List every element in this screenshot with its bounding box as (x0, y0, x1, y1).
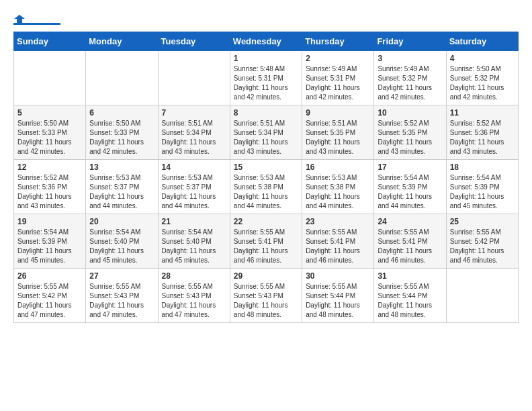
cell-day-number: 29 (234, 271, 298, 281)
cell-daylight: Daylight: 11 hours and 42 minutes. (89, 138, 154, 156)
calendar-cell: 6 Sunrise: 5:50 AM Sunset: 5:33 PM Dayli… (86, 105, 158, 160)
cell-day-number: 17 (378, 163, 442, 172)
cell-daylight: Daylight: 11 hours and 42 minutes. (378, 83, 442, 102)
calendar-week-row: 26 Sunrise: 5:55 AM Sunset: 5:42 PM Dayl… (14, 269, 519, 323)
cell-daylight: Daylight: 11 hours and 48 minutes. (306, 301, 370, 320)
cell-sunset: Sunset: 5:37 PM (162, 183, 226, 192)
calendar-cell: 24 Sunrise: 5:55 AM Sunset: 5:41 PM Dayl… (374, 214, 446, 269)
cell-day-number: 30 (306, 271, 370, 281)
logo (13, 13, 60, 25)
cell-sunrise: Sunrise: 5:55 AM (162, 282, 226, 291)
cell-daylight: Daylight: 11 hours and 43 minutes. (450, 138, 515, 156)
weekday-header-tuesday: Tuesday (158, 32, 230, 51)
cell-sunrise: Sunrise: 5:49 AM (378, 64, 442, 74)
calendar-cell: 30 Sunrise: 5:55 AM Sunset: 5:44 PM Dayl… (302, 269, 374, 323)
cell-day-number: 10 (378, 108, 442, 118)
cell-sunrise: Sunrise: 5:54 AM (450, 173, 515, 183)
calendar-cell: 28 Sunrise: 5:55 AM Sunset: 5:43 PM Dayl… (158, 269, 230, 323)
cell-sunrise: Sunrise: 5:54 AM (89, 228, 154, 237)
calendar-cell: 2 Sunrise: 5:49 AM Sunset: 5:31 PM Dayli… (302, 51, 374, 105)
cell-day-number: 2 (306, 54, 370, 63)
cell-day-number: 27 (89, 271, 154, 281)
cell-sunset: Sunset: 5:34 PM (234, 128, 298, 138)
cell-daylight: Daylight: 11 hours and 47 minutes. (89, 301, 154, 320)
cell-daylight: Daylight: 11 hours and 44 minutes. (89, 192, 154, 211)
cell-sunrise: Sunrise: 5:55 AM (450, 228, 515, 237)
cell-sunrise: Sunrise: 5:51 AM (162, 119, 226, 128)
cell-sunrise: Sunrise: 5:55 AM (306, 228, 370, 237)
cell-day-number: 8 (234, 108, 298, 118)
calendar-cell: 22 Sunrise: 5:55 AM Sunset: 5:41 PM Dayl… (230, 214, 302, 269)
calendar-cell: 18 Sunrise: 5:54 AM Sunset: 5:39 PM Dayl… (446, 160, 518, 214)
calendar-cell: 8 Sunrise: 5:51 AM Sunset: 5:34 PM Dayli… (230, 105, 302, 160)
calendar-cell: 19 Sunrise: 5:54 AM Sunset: 5:39 PM Dayl… (14, 214, 86, 269)
cell-day-number: 20 (89, 217, 154, 226)
cell-daylight: Daylight: 11 hours and 43 minutes. (306, 138, 370, 156)
cell-daylight: Daylight: 11 hours and 43 minutes. (378, 138, 442, 156)
calendar-cell: 17 Sunrise: 5:54 AM Sunset: 5:39 PM Dayl… (374, 160, 446, 214)
cell-day-number: 9 (306, 108, 370, 118)
cell-sunset: Sunset: 5:41 PM (306, 237, 370, 246)
cell-sunrise: Sunrise: 5:53 AM (162, 173, 226, 183)
cell-daylight: Daylight: 11 hours and 47 minutes. (17, 301, 82, 320)
weekday-header-row: SundayMondayTuesdayWednesdayThursdayFrid… (14, 32, 519, 51)
cell-sunrise: Sunrise: 5:55 AM (17, 282, 82, 291)
cell-sunrise: Sunrise: 5:48 AM (234, 64, 298, 74)
calendar-cell: 5 Sunrise: 5:50 AM Sunset: 5:33 PM Dayli… (14, 105, 86, 160)
calendar-week-row: 1 Sunrise: 5:48 AM Sunset: 5:31 PM Dayli… (14, 51, 519, 105)
cell-sunrise: Sunrise: 5:53 AM (89, 173, 154, 183)
cell-day-number: 19 (17, 217, 82, 226)
cell-day-number: 14 (162, 163, 226, 172)
calendar-cell: 21 Sunrise: 5:54 AM Sunset: 5:40 PM Dayl… (158, 214, 230, 269)
cell-sunrise: Sunrise: 5:54 AM (17, 228, 82, 237)
cell-day-number: 1 (234, 54, 298, 63)
cell-daylight: Daylight: 11 hours and 43 minutes. (17, 192, 82, 211)
cell-day-number: 16 (306, 163, 370, 172)
cell-daylight: Daylight: 11 hours and 42 minutes. (306, 83, 370, 102)
cell-sunset: Sunset: 5:39 PM (378, 183, 442, 192)
cell-sunset: Sunset: 5:42 PM (450, 237, 515, 246)
cell-daylight: Daylight: 11 hours and 46 minutes. (378, 246, 442, 265)
cell-daylight: Daylight: 11 hours and 46 minutes. (450, 246, 515, 265)
cell-daylight: Daylight: 11 hours and 43 minutes. (162, 138, 226, 156)
cell-sunset: Sunset: 5:37 PM (89, 183, 154, 192)
cell-sunset: Sunset: 5:36 PM (450, 128, 515, 138)
cell-day-number: 31 (378, 271, 442, 281)
cell-sunset: Sunset: 5:33 PM (17, 128, 82, 138)
cell-day-number: 26 (17, 271, 82, 281)
cell-sunrise: Sunrise: 5:53 AM (234, 173, 298, 183)
calendar-cell: 23 Sunrise: 5:55 AM Sunset: 5:41 PM Dayl… (302, 214, 374, 269)
calendar-cell (158, 51, 230, 105)
cell-sunset: Sunset: 5:44 PM (306, 291, 370, 301)
calendar-cell: 25 Sunrise: 5:55 AM Sunset: 5:42 PM Dayl… (446, 214, 518, 269)
cell-daylight: Daylight: 11 hours and 45 minutes. (450, 192, 515, 211)
cell-day-number: 15 (234, 163, 298, 172)
weekday-header-friday: Friday (374, 32, 446, 51)
cell-daylight: Daylight: 11 hours and 42 minutes. (17, 138, 82, 156)
cell-sunrise: Sunrise: 5:55 AM (378, 228, 442, 237)
cell-daylight: Daylight: 11 hours and 46 minutes. (234, 246, 298, 265)
cell-day-number: 18 (450, 163, 515, 172)
cell-sunset: Sunset: 5:38 PM (234, 183, 298, 192)
cell-day-number: 24 (378, 217, 442, 226)
cell-sunrise: Sunrise: 5:52 AM (17, 173, 82, 183)
calendar-cell: 4 Sunrise: 5:50 AM Sunset: 5:32 PM Dayli… (446, 51, 518, 105)
cell-day-number: 25 (450, 217, 515, 226)
calendar-cell: 15 Sunrise: 5:53 AM Sunset: 5:38 PM Dayl… (230, 160, 302, 214)
cell-sunrise: Sunrise: 5:55 AM (306, 282, 370, 291)
cell-sunrise: Sunrise: 5:50 AM (17, 119, 82, 128)
cell-day-number: 4 (450, 54, 515, 63)
cell-sunrise: Sunrise: 5:55 AM (89, 282, 154, 291)
cell-sunrise: Sunrise: 5:52 AM (450, 119, 515, 128)
calendar-cell: 20 Sunrise: 5:54 AM Sunset: 5:40 PM Dayl… (86, 214, 158, 269)
cell-daylight: Daylight: 11 hours and 45 minutes. (17, 246, 82, 265)
cell-sunset: Sunset: 5:32 PM (450, 74, 515, 83)
cell-day-number: 11 (450, 108, 515, 118)
calendar-cell: 10 Sunrise: 5:52 AM Sunset: 5:35 PM Dayl… (374, 105, 446, 160)
cell-daylight: Daylight: 11 hours and 48 minutes. (234, 301, 298, 320)
calendar-cell: 1 Sunrise: 5:48 AM Sunset: 5:31 PM Dayli… (230, 51, 302, 105)
cell-sunrise: Sunrise: 5:55 AM (234, 282, 298, 291)
cell-sunset: Sunset: 5:39 PM (450, 183, 515, 192)
cell-day-number: 21 (162, 217, 226, 226)
page-header (13, 13, 519, 25)
